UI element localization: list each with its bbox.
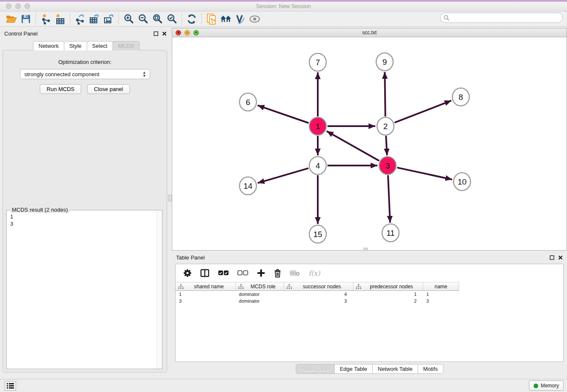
column-header-shared-name[interactable]: shared name <box>176 282 236 291</box>
cell-mcds-role[interactable]: dominator <box>236 298 284 304</box>
apply-layout-icon <box>187 14 197 24</box>
vizmapper-button[interactable] <box>233 13 248 25</box>
close-panel-button[interactable]: Close panel <box>87 84 130 94</box>
column-header-mcds-role[interactable]: MCDS role <box>236 282 284 291</box>
graph-node-8[interactable]: 8 <box>452 88 469 106</box>
column-header-name[interactable]: name <box>423 282 459 291</box>
network-graph[interactable]: 7968124314101511 <box>172 38 567 251</box>
panel-splitter-grip[interactable] <box>168 195 172 202</box>
graph-node-3[interactable]: 3 <box>379 157 396 174</box>
network-minimize-button[interactable]: − <box>184 30 190 36</box>
create-column-icon[interactable] <box>257 269 265 277</box>
delete-column-icon[interactable] <box>274 269 281 278</box>
table-settings-gear-icon[interactable] <box>183 269 192 277</box>
tab-select[interactable]: Select <box>87 41 113 50</box>
graph-edge-4-14[interactable] <box>258 168 308 183</box>
network-maximize-button[interactable]: + <box>193 30 199 36</box>
column-header-successor-nodes[interactable]: successor nodes <box>284 282 353 291</box>
table-panel: Table Panel <box>172 252 567 376</box>
cell-shared-name[interactable]: 3 <box>176 298 236 304</box>
zoom-fit-icon <box>152 14 163 24</box>
tab-motifs[interactable]: Motifs <box>418 364 443 374</box>
graph-edge-2-9[interactable] <box>385 72 385 116</box>
float-panel-icon[interactable] <box>154 31 158 36</box>
home-button[interactable] <box>219 13 233 25</box>
network-canvas[interactable]: 7968124314101511 <box>172 38 567 250</box>
graph-edge-3-10[interactable] <box>397 168 452 179</box>
network-document-button[interactable] <box>204 13 219 25</box>
memory-button[interactable]: Memory <box>529 381 564 391</box>
zoom-out-button[interactable] <box>136 13 150 25</box>
show-columns-icon[interactable] <box>200 269 209 277</box>
column-header-predecessor-nodes[interactable]: predecessor nodes <box>353 282 423 291</box>
graph-node-7[interactable]: 7 <box>309 53 326 71</box>
graph-edge-3-1[interactable] <box>327 131 379 161</box>
cell-predecessor-nodes[interactable]: 1 <box>353 291 423 298</box>
save-session-button[interactable] <box>19 13 33 25</box>
graph-node-9[interactable]: 9 <box>376 53 393 71</box>
graph-edge-3-11[interactable] <box>388 175 390 223</box>
table-panel-header: Table Panel <box>172 252 567 263</box>
task-history-button[interactable] <box>5 381 16 391</box>
export-image-button[interactable] <box>102 13 116 25</box>
delete-table-icon[interactable] <box>290 270 300 276</box>
window-resize-grip[interactable] <box>363 248 368 251</box>
search-input[interactable] <box>440 13 563 23</box>
cell-predecessor-nodes[interactable]: 2 <box>353 298 423 304</box>
tab-mcds[interactable]: MCDS <box>113 41 140 50</box>
export-table-button[interactable] <box>87 13 102 25</box>
apply-layout-button[interactable] <box>184 13 199 25</box>
cell-successor-nodes[interactable]: 4 <box>284 291 353 298</box>
tab-network-table[interactable]: Network Table <box>372 364 418 374</box>
table-row[interactable]: 1 dominator 4 1 1 <box>176 291 459 298</box>
graph-node-14[interactable]: 14 <box>239 177 256 195</box>
cell-shared-name[interactable]: 1 <box>176 291 236 298</box>
result-scrollbar[interactable] <box>157 210 162 369</box>
graph-node-15[interactable]: 15 <box>309 225 326 243</box>
graph-node-6[interactable]: 6 <box>239 93 256 111</box>
function-builder-icon[interactable]: f(x) <box>308 269 320 277</box>
import-network-button[interactable] <box>39 13 53 25</box>
graph-node-11[interactable]: 11 <box>382 224 399 242</box>
close-table-panel-icon[interactable] <box>558 255 563 260</box>
cell-successor-nodes[interactable]: 3 <box>284 298 353 304</box>
graph-edge-2-3[interactable] <box>386 136 387 155</box>
cell-name[interactable]: 3 <box>423 298 459 304</box>
open-session-button[interactable] <box>4 13 19 25</box>
export-network-button[interactable] <box>73 13 87 25</box>
zoom-in-button[interactable] <box>121 13 136 25</box>
memory-status-icon <box>534 384 538 388</box>
float-table-panel-icon[interactable] <box>550 255 554 260</box>
tab-style[interactable]: Style <box>64 41 87 50</box>
show-hide-button[interactable] <box>248 13 262 25</box>
zoom-fit-button[interactable] <box>150 13 165 25</box>
table-row[interactable]: 3 dominator 3 2 3 <box>176 298 459 304</box>
toolbar-separator <box>118 14 119 25</box>
memory-label: Memory <box>541 383 559 389</box>
deselect-all-columns-icon[interactable] <box>237 270 248 276</box>
graph-node-10[interactable]: 10 <box>454 173 471 190</box>
graph-node-label: 4 <box>316 161 320 170</box>
status-bar: Memory <box>0 379 567 392</box>
tab-network[interactable]: Network <box>33 41 64 50</box>
graph-edge-1-6[interactable] <box>258 105 309 123</box>
cell-mcds-role[interactable]: dominator <box>236 291 284 298</box>
graph-node-label: 1 <box>316 122 320 131</box>
criterion-dropdown[interactable]: strongly connected component ▲▼ <box>20 69 150 79</box>
table-toolbar: f(x) <box>176 264 563 282</box>
select-all-columns-icon[interactable] <box>218 270 229 276</box>
graph-node-1[interactable]: 1 <box>309 117 326 135</box>
import-table-button[interactable] <box>53 13 67 25</box>
graph-node-4[interactable]: 4 <box>309 157 326 174</box>
run-mcds-button[interactable]: Run MCDS <box>40 84 81 94</box>
network-window-titlebar[interactable]: ✕ − + scc.txt <box>172 28 567 37</box>
cell-name[interactable]: 1 <box>423 291 459 298</box>
tab-edge-table[interactable]: Edge Table <box>334 364 373 374</box>
network-close-button[interactable]: ✕ <box>176 30 181 36</box>
graph-node-2[interactable]: 2 <box>377 117 394 135</box>
toolbar-search <box>440 13 563 23</box>
close-panel-icon[interactable] <box>162 31 167 36</box>
tab-node-table[interactable]: Node Table <box>296 364 335 374</box>
graph-edge-2-8[interactable] <box>394 101 451 123</box>
zoom-selected-button[interactable] <box>165 13 179 25</box>
